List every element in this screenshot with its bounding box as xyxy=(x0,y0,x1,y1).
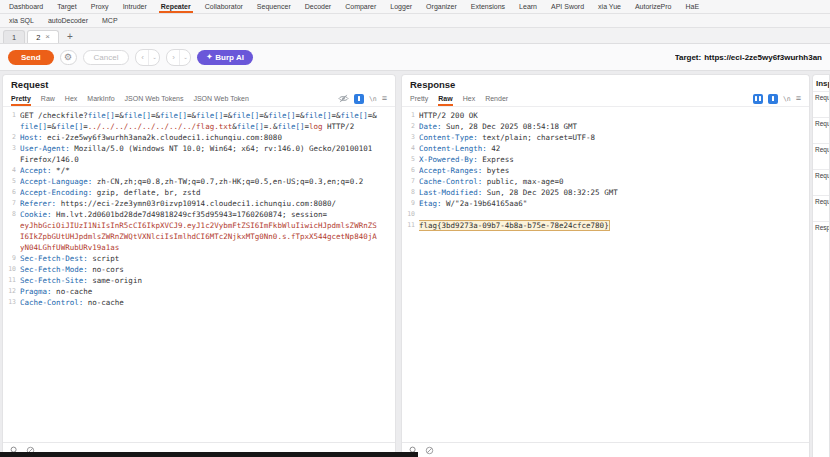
burp-suite-window: DashboardTargetProxyIntruderRepeaterColl… xyxy=(0,0,830,457)
line-text: Etag: W/"2a-19b64165aa6" xyxy=(419,198,809,209)
menu-item-hae[interactable]: HaE xyxy=(679,0,707,13)
menu-item-autorizepro[interactable]: AutorizePro xyxy=(628,0,679,13)
response-tab-raw[interactable]: Raw xyxy=(438,91,452,106)
inspector-section-request-cookies[interactable]: Request Cookies xyxy=(813,169,829,195)
code-line: 6Accept-Encoding: gzip, deflate, br, zst… xyxy=(3,187,395,198)
menu-item-collaborator[interactable]: Collaborator xyxy=(198,0,250,13)
line-number: 2 xyxy=(402,121,419,132)
response-tab-pretty[interactable]: Pretty xyxy=(410,91,428,106)
line-number: 4 xyxy=(402,143,419,154)
code-line: 7Cache-Control: public, max-age=0 xyxy=(402,176,809,187)
line-number: 4 xyxy=(3,165,20,176)
target-display: Target:https://eci-2ze5wy6f3wurhh3an xyxy=(675,53,822,62)
repeater-tab-1[interactable]: 1 xyxy=(3,30,25,43)
editor-menu-icon[interactable]: ≡ xyxy=(796,94,801,103)
code-line: I6IkZpbGUtUHJpdmlsZWRnZWQtVXNlciIsImlhdC… xyxy=(3,231,395,242)
request-tab-pretty[interactable]: Pretty xyxy=(11,91,31,106)
inspector-section-request-query-parameters[interactable]: Request Query Parameters xyxy=(813,117,829,143)
request-tab-markinfo[interactable]: MarkInfo xyxy=(87,91,114,106)
burp-ai-button[interactable]: ✦ Burp AI xyxy=(197,50,252,65)
repeater-tabbar: 12×+ xyxy=(0,28,830,44)
line-text: HTTP/2 200 OK xyxy=(419,110,809,121)
menu-item-dashboard[interactable]: Dashboard xyxy=(2,0,50,13)
request-tab-json-web-token[interactable]: JSON Web Token xyxy=(193,91,248,106)
line-number: 10 xyxy=(3,264,20,275)
code-line: 13Cache-Control: no-cache xyxy=(3,297,395,308)
menu-item-decoder[interactable]: Decoder xyxy=(298,0,338,13)
line-text: file[]=&file[]=../../../../../../../../f… xyxy=(20,121,395,132)
request-tab-json-web-tokens[interactable]: JSON Web Tokens xyxy=(125,91,184,106)
line-number xyxy=(3,220,20,231)
match-filter-icon[interactable] xyxy=(425,441,434,457)
line-text: eyJhbGciOiJIUzI1NiIsInR5cCI6IkpXVCJ9.eyJ… xyxy=(20,220,395,231)
line-number: 11 xyxy=(402,220,419,231)
sparkle-icon: ✦ xyxy=(206,53,212,61)
inspector-section-response-headers[interactable]: Response Headers xyxy=(813,221,829,247)
request-view-tabs: PrettyRawHexMarkInfoJSON Web TokensJSON … xyxy=(3,91,395,107)
menu-item-mcp[interactable]: MCP xyxy=(95,14,125,27)
newline-icon[interactable]: \n xyxy=(783,95,791,103)
new-tab-button[interactable]: + xyxy=(61,30,79,43)
line-number: 1 xyxy=(402,110,419,121)
repeater-tab-2[interactable]: 2× xyxy=(27,30,59,43)
layout-columns-icon[interactable] xyxy=(753,94,763,104)
line-text: Pragma: no-cache xyxy=(20,286,395,297)
response-search-bar xyxy=(402,442,809,457)
menu-item-api-sword[interactable]: API Sword xyxy=(544,0,591,13)
menu-item-learn[interactable]: Learn xyxy=(512,0,544,13)
back-button[interactable]: ‹ xyxy=(136,50,149,65)
newline-icon[interactable]: \n xyxy=(369,95,377,103)
inspector-section-request-body-parameters[interactable]: Request Body Parameters xyxy=(813,143,829,169)
response-editor[interactable]: 1HTTP/2 200 OK2Date: Sun, 28 Dec 2025 08… xyxy=(402,107,809,442)
line-number xyxy=(3,242,20,253)
highlight-tool-icon[interactable] xyxy=(354,94,364,104)
send-settings-gear-icon[interactable]: ⚙ xyxy=(60,50,77,65)
close-tab-icon[interactable]: × xyxy=(45,33,50,41)
response-tab-list: PrettyRawHexRender xyxy=(410,91,508,106)
cancel-button[interactable]: Cancel xyxy=(83,50,130,65)
menu-item-target[interactable]: Target xyxy=(50,0,83,13)
request-panel-title: Request xyxy=(3,75,395,91)
menu-item-logger[interactable]: Logger xyxy=(383,0,419,13)
inspector-panel[interactable]: Inspector Request AttributesRequest Quer… xyxy=(812,74,830,457)
menu-item-repeater[interactable]: Repeater xyxy=(154,0,198,13)
inspector-section-request-headers[interactable]: Request Headers xyxy=(813,195,829,221)
send-button[interactable]: Send xyxy=(8,50,54,65)
menu-item-autodecoder[interactable]: autoDecoder xyxy=(41,14,95,27)
eye-slash-icon[interactable] xyxy=(338,94,349,104)
code-line: 5X-Powered-By: Express xyxy=(402,154,809,165)
line-text: Firefox/146.0 xyxy=(20,154,395,165)
menu-item-organizer[interactable]: Organizer xyxy=(419,0,464,13)
menu-item-sequencer[interactable]: Sequencer xyxy=(250,0,298,13)
line-number: 7 xyxy=(3,198,20,209)
history-back-group: ‹ ⌄ xyxy=(135,49,160,66)
burp-ai-label: Burp AI xyxy=(215,53,244,62)
editor-menu-icon[interactable]: ≡ xyxy=(382,94,387,103)
code-line: 1HTTP/2 200 OK xyxy=(402,110,809,121)
forward-button[interactable]: › xyxy=(167,50,180,65)
code-line: 6Accept-Ranges: bytes xyxy=(402,165,809,176)
forward-dropdown-icon[interactable]: ⌄ xyxy=(180,50,190,65)
line-number: 3 xyxy=(402,132,419,143)
response-tab-hex[interactable]: Hex xyxy=(463,91,475,106)
line-text: Cache-Control: no-cache xyxy=(20,297,395,308)
inspector-title: Inspector xyxy=(813,75,829,91)
code-line: 9Sec-Fetch-Dest: script xyxy=(3,253,395,264)
menu-item-xia-yue[interactable]: xia Yue xyxy=(591,0,628,13)
code-line: 11Sec-Fetch-Site: same-origin xyxy=(3,275,395,286)
menu-item-proxy[interactable]: Proxy xyxy=(84,0,116,13)
layout-options-icon[interactable] xyxy=(768,94,778,104)
menu-item-xia-sql[interactable]: xia SQL xyxy=(2,14,41,27)
request-tab-raw[interactable]: Raw xyxy=(41,91,55,106)
menu-item-intruder[interactable]: Intruder xyxy=(116,0,154,13)
menu-item-comparer[interactable]: Comparer xyxy=(338,0,383,13)
menu-item-extensions[interactable]: Extensions xyxy=(464,0,512,13)
request-tab-hex[interactable]: Hex xyxy=(65,91,77,106)
response-tab-render[interactable]: Render xyxy=(485,91,508,106)
request-editor[interactable]: 1GET /checkfile?file[]=&file[]=&file[]=&… xyxy=(3,107,395,442)
inspector-section-request-attributes[interactable]: Request Attributes xyxy=(813,91,829,117)
line-number: 5 xyxy=(3,176,20,187)
line-text: Accept: */* xyxy=(20,165,395,176)
extensions-menubar: xia SQLautoDecoderMCP xyxy=(0,14,830,28)
back-dropdown-icon[interactable]: ⌄ xyxy=(149,50,159,65)
